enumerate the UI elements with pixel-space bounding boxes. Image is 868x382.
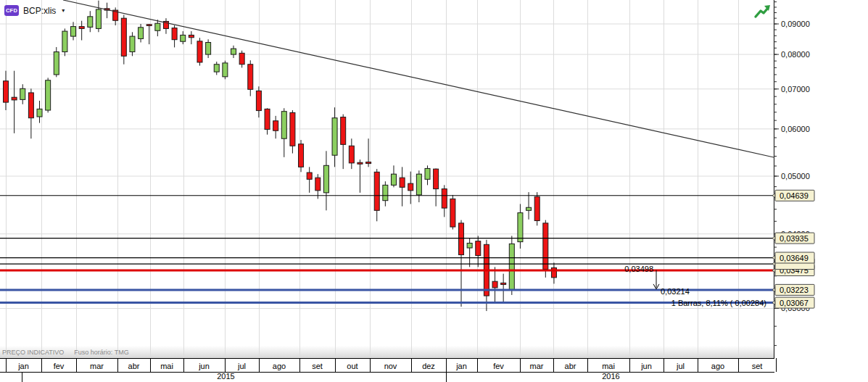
- candle-body: [400, 178, 405, 187]
- price-label-text: 0,03067: [780, 299, 809, 307]
- month-label: set: [312, 362, 323, 370]
- month-label: mar: [530, 362, 544, 370]
- candle-body: [543, 223, 548, 270]
- instrument-selector[interactable]: CFD BCP:xlis ▾: [4, 5, 65, 16]
- price-label-box[interactable]: 0,04639: [772, 190, 814, 201]
- candle-body: [79, 27, 84, 29]
- month-label: mai: [160, 362, 173, 370]
- candle-body: [349, 146, 354, 163]
- candle-body: [450, 199, 455, 227]
- candle-body: [265, 109, 270, 129]
- candle-body: [88, 17, 93, 28]
- candle-body: [425, 168, 430, 179]
- month-label: jan: [17, 362, 29, 370]
- month-label: ago: [711, 362, 724, 370]
- trend-arrow-icon[interactable]: [753, 3, 772, 22]
- month-label: mai: [602, 362, 615, 370]
- candle-body: [434, 169, 439, 188]
- candle-body: [307, 173, 312, 179]
- x-axis[interactable]: janfevmarabrmaijunjulagosetoutnovdezjanf…: [0, 358, 868, 382]
- candle-body: [37, 109, 42, 117]
- candle: [543, 220, 548, 278]
- candle-body: [172, 28, 177, 40]
- candle-body: [181, 35, 186, 41]
- candle-body: [248, 65, 253, 90]
- month-label: jun: [640, 362, 652, 370]
- candle-body: [290, 112, 295, 146]
- candle-body: [501, 283, 506, 284]
- y-axis-label: 0,08000: [781, 50, 810, 59]
- candle-body: [476, 241, 481, 256]
- candle: [46, 78, 51, 112]
- candle-body: [341, 117, 346, 145]
- candle-body: [28, 93, 33, 118]
- candle: [299, 140, 304, 172]
- candle-body: [197, 41, 202, 62]
- price-label-text: 0,04639: [780, 191, 809, 200]
- candle-body: [71, 27, 76, 36]
- price-label-text: 0,03649: [780, 254, 809, 262]
- month-label: dez: [422, 362, 435, 370]
- candle: [534, 192, 540, 225]
- candle-body: [189, 35, 194, 37]
- candle-body: [146, 25, 152, 26]
- candle-body: [54, 52, 59, 75]
- price-label-box[interactable]: 0,03067: [772, 297, 814, 308]
- candle: [223, 61, 228, 80]
- candle-body: [323, 165, 328, 193]
- month-label: set: [752, 362, 763, 370]
- price-label-box[interactable]: 0,03935: [772, 233, 814, 244]
- year-label: 2016: [602, 372, 619, 381]
- candle: [450, 195, 455, 230]
- candle-body: [256, 91, 261, 110]
- candle-body: [155, 23, 160, 30]
- candle-body: [121, 18, 126, 56]
- candle-body: [366, 162, 371, 164]
- candle-body: [467, 243, 472, 248]
- price-chart[interactable]: 0,034980,032141 Barras, 8,11% ( 0,00284)…: [0, 0, 868, 382]
- price-label-box[interactable]: 0,03223: [772, 284, 814, 295]
- chart-background: [0, 0, 868, 382]
- price-label-box[interactable]: 0,03649: [772, 252, 814, 263]
- month-label: mar: [90, 362, 104, 370]
- price-label-text: 0,03223: [780, 286, 809, 294]
- candle-body: [374, 172, 379, 210]
- year-label: 2015: [217, 372, 234, 381]
- month-label: jul: [237, 362, 246, 370]
- month-label: ago: [273, 362, 286, 370]
- candle-body: [391, 174, 396, 185]
- candle-body: [214, 65, 219, 72]
- price-label-text: 0,03935: [780, 234, 809, 243]
- candle-body: [551, 267, 556, 277]
- candle-body: [408, 183, 413, 191]
- candle: [54, 47, 59, 77]
- candle-body: [509, 244, 514, 290]
- candle-body: [4, 81, 9, 102]
- measurement-to-label: 0,03214: [661, 287, 690, 296]
- candle-body: [139, 28, 144, 39]
- candle-body: [442, 189, 447, 208]
- y-axis-label: 0,05000: [781, 172, 810, 180]
- month-label: nov: [384, 362, 397, 370]
- candle-body: [518, 213, 523, 242]
- candle-body: [12, 97, 17, 100]
- candle-body: [526, 207, 532, 210]
- candle-body: [20, 88, 25, 99]
- status-bar: PREÇO INDICATIVOFuso horário: TMG: [2, 349, 139, 356]
- timezone-label: Fuso horário: TMG: [74, 349, 128, 356]
- month-label: abr: [565, 362, 576, 370]
- candle-body: [206, 43, 211, 55]
- month-label: fev: [493, 362, 504, 370]
- measurement-summary: 1 Barras, 8,11% ( 0,00284): [671, 299, 766, 307]
- candle-body: [130, 36, 135, 51]
- candle: [62, 28, 67, 56]
- candle-body: [459, 223, 464, 255]
- candle-body: [62, 31, 67, 51]
- month-label: out: [347, 362, 357, 370]
- month-label: fev: [54, 362, 65, 370]
- month-label: jun: [198, 362, 210, 370]
- candle-body: [223, 63, 228, 77]
- candle-body: [231, 49, 236, 54]
- candle: [509, 236, 514, 295]
- month-label: jan: [455, 362, 467, 370]
